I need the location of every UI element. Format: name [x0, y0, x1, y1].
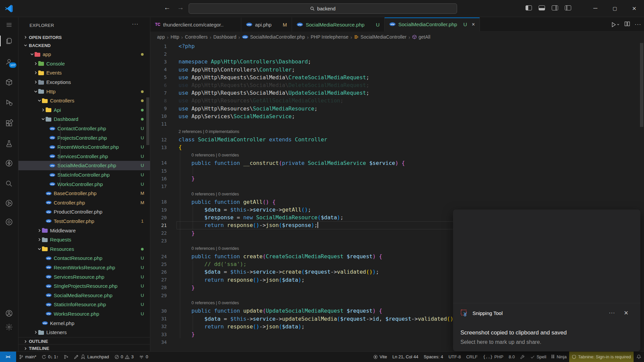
- status-git-branch[interactable]: main*: [16, 352, 39, 362]
- activity-thunder-client-icon[interactable]: [0, 156, 18, 171]
- search-command-center[interactable]: backend: [189, 3, 457, 14]
- editor-scrollbar[interactable]: [640, 43, 643, 127]
- code-line-15[interactable]: 15: [150, 167, 644, 175]
- tree-file-recentworkscontroller-php[interactable]: phpRecentWorksController.phpU: [18, 142, 150, 152]
- code-line-16[interactable]: 16 }: [150, 175, 644, 182]
- status-encoding[interactable]: UTF-8: [446, 352, 463, 362]
- tree-file-recentworksresource-php[interactable]: phpRecentWorksResource.phpU: [18, 263, 150, 272]
- tree-file-kernel-php[interactable]: phpKernel.php: [18, 318, 150, 328]
- breadcrumb-item-app[interactable]: app: [157, 34, 165, 40]
- tree-folder-resources[interactable]: Resources: [18, 244, 150, 254]
- more-actions-icon[interactable]: ···: [635, 21, 641, 28]
- tree-file-worksresource-php[interactable]: phpWorksResource.phpU: [18, 309, 150, 319]
- tab-thunderclient-com-categor-[interactable]: TCthunderclient.com/categor..: [150, 17, 241, 32]
- chevron-down-icon[interactable]: [40, 117, 46, 122]
- chevron-right-icon[interactable]: [37, 237, 42, 242]
- notification-close-icon[interactable]: ×: [624, 309, 628, 317]
- status-notifications-bell[interactable]: [634, 352, 644, 362]
- tree-file-projectscontroller-php[interactable]: phpProjectsController.phpU: [18, 133, 150, 142]
- activity-menu-icon[interactable]: [0, 17, 18, 32]
- status-problems[interactable]: 03: [112, 352, 136, 362]
- tree-file-socialmediacontroller-php[interactable]: phpSocialMediaController.phpU: [18, 161, 150, 170]
- status-ninja[interactable]: Ninja: [549, 352, 569, 362]
- tree-folder-dashboard[interactable]: Dashboard: [18, 115, 150, 124]
- run-button[interactable]: [611, 22, 620, 28]
- tree-file-workscontroller-php[interactable]: phpWorksController.phpU: [18, 179, 150, 189]
- tab-socialmediacontroller-php[interactable]: phpSocialMediaController.phpU×: [385, 17, 480, 32]
- tree-folder-events[interactable]: Events: [18, 68, 150, 78]
- code-line-3[interactable]: 3namespace App\Http\Controllers\Dashboar…: [150, 58, 644, 65]
- activity-live-preview-icon[interactable]: [0, 215, 18, 229]
- nav-forward-button[interactable]: →: [176, 4, 186, 11]
- breadcrumb-item-socialmediacontroller-php[interactable]: phpSocialMediaController.php: [242, 34, 305, 40]
- code-line-4[interactable]: 4use App\Http\Controllers\Controller;: [150, 66, 644, 74]
- chevron-down-icon[interactable]: [37, 98, 42, 103]
- activity-run-debug-icon[interactable]: [0, 95, 18, 110]
- chevron-right-icon[interactable]: [33, 330, 38, 335]
- chevron-right-icon[interactable]: [40, 107, 46, 112]
- code-line-5[interactable]: 5use App\Http\Requests\SocialMedia\Creat…: [150, 74, 644, 81]
- tree-file-staticinfocontroller-php[interactable]: phpStaticInfoController.phpU: [18, 170, 150, 180]
- activity-accounts-icon[interactable]: 107: [0, 54, 18, 69]
- status-launchpad[interactable]: Launchpad: [71, 352, 111, 362]
- status-git-sync[interactable]: 0↓ 1↑: [39, 352, 61, 362]
- chevron-down-icon[interactable]: [29, 52, 35, 57]
- chevron-right-icon[interactable]: [33, 80, 38, 85]
- status-intelephense-tools[interactable]: [517, 352, 528, 362]
- activity-search-icon[interactable]: [0, 176, 18, 191]
- breadcrumb-item-socialmediacontroller[interactable]: SocialMediaController: [354, 34, 406, 40]
- tree-folder-exceptions[interactable]: Exceptions: [18, 78, 150, 87]
- code-line-7[interactable]: 7use App\Http\Requests\SocialMedia\Updat…: [150, 89, 644, 97]
- code-line-17[interactable]: 17: [150, 182, 644, 190]
- tree-file-servicescontroller-php[interactable]: phpServicesController.phpU: [18, 152, 150, 161]
- toggle-sidebar-icon[interactable]: [526, 5, 532, 10]
- activity-explorer-icon[interactable]: [0, 34, 18, 48]
- chevron-down-icon[interactable]: [33, 89, 38, 94]
- code-line-10[interactable]: 10use App\Services\SocialMediaService;: [150, 112, 644, 120]
- chevron-right-icon[interactable]: [33, 61, 38, 66]
- code-line-12[interactable]: 12class SocialMediaController extends Co…: [150, 136, 644, 143]
- tree-folder-http[interactable]: Http: [18, 87, 150, 96]
- tree-file-servicesresource-php[interactable]: phpServicesResource.phpU: [18, 272, 150, 281]
- status-remote-indicator[interactable]: ><: [0, 352, 16, 362]
- minimize-button[interactable]: ─: [586, 0, 605, 17]
- breadcrumb-item-php-intelephense[interactable]: PHP Intelephense: [311, 34, 349, 40]
- breadcrumb-item-dashboard[interactable]: Dashboard: [213, 34, 237, 40]
- status-cursor-position[interactable]: Ln 21, Col 44: [390, 352, 421, 362]
- tree-file-singleprojectsresource-php[interactable]: phpSIngleProjectsResource.phpU: [18, 281, 150, 291]
- sidebar-more-actions-icon[interactable]: ···: [132, 21, 139, 28]
- code-line-14[interactable]: 14 public function __construct(private S…: [150, 159, 644, 167]
- toggle-secondary-sidebar-icon[interactable]: [552, 5, 558, 10]
- breadcrumb-item-getall[interactable]: getAll: [412, 34, 430, 40]
- tree-file-basecontroller-php[interactable]: phpBaseController.phpM: [18, 189, 150, 198]
- tree-folder-middleware[interactable]: Middleware: [18, 226, 150, 235]
- status-php-version[interactable]: 8.0: [506, 352, 517, 362]
- status-spell-checker[interactable]: Spell: [528, 352, 549, 362]
- open-editors-section[interactable]: OPEN EDITORS: [18, 33, 150, 41]
- chevron-down-icon[interactable]: [37, 246, 42, 252]
- notification-more-icon[interactable]: ···: [609, 310, 615, 316]
- tree-folder-app[interactable]: app: [18, 50, 150, 59]
- status-tabnine[interactable]: Tabnine: Sign-in is required: [569, 352, 634, 362]
- close-button[interactable]: ×: [625, 0, 644, 17]
- activity-testing-icon[interactable]: [0, 136, 18, 151]
- code-line-9[interactable]: 9use App\Http\Resources\SocialMediaResou…: [150, 105, 644, 112]
- tree-file-controller-php[interactable]: phpController.phpM: [18, 198, 150, 208]
- toggle-panel-icon[interactable]: [539, 5, 545, 10]
- status-indentation[interactable]: Spaces: 4: [421, 352, 446, 362]
- tree-folder-listeners[interactable]: Listeners: [18, 328, 150, 337]
- code-line-1[interactable]: 1<?php: [150, 42, 644, 50]
- timeline-section[interactable]: TIMELINE: [18, 344, 150, 351]
- split-editor-icon[interactable]: [625, 21, 630, 28]
- status-eol[interactable]: CRLF: [463, 352, 480, 362]
- code-line-6[interactable]: 6use App\Http\Requests\SocialMedia\Delet…: [150, 81, 644, 89]
- activity-package-icon[interactable]: [0, 75, 18, 90]
- status-vite[interactable]: Vite: [370, 352, 390, 362]
- activity-extensions-icon[interactable]: [0, 116, 18, 131]
- tab-close-icon[interactable]: ×: [472, 21, 475, 28]
- tree-file-contactcontroller-php[interactable]: phpContactController.phpU: [18, 124, 150, 133]
- code-line-8[interactable]: 8use App\Http\Resources\GetAllSocialMedi…: [150, 97, 644, 104]
- breadcrumb-item-controllers[interactable]: Controllers: [185, 34, 208, 40]
- snipping-tool-notification[interactable]: Snipping Tool ··· × Screenshot copied to…: [453, 210, 640, 351]
- workspace-section[interactable]: BACKEND: [18, 41, 150, 49]
